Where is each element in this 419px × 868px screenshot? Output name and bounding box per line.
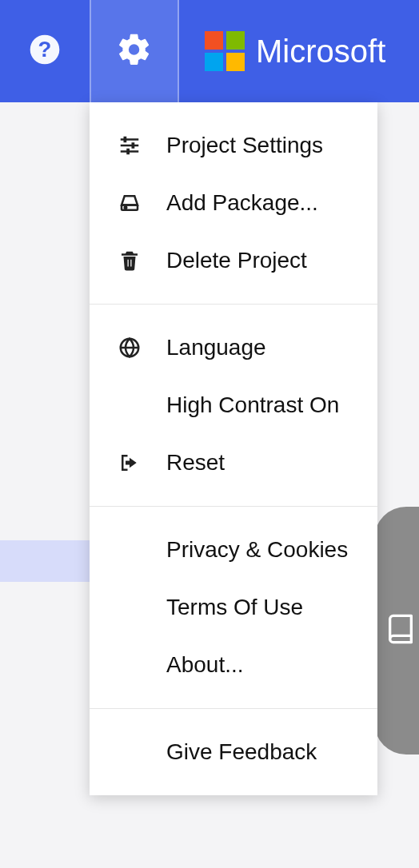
help-icon: ? [27,32,62,70]
microsoft-logo-icon [205,31,245,71]
menu-item-label: Delete Project [166,248,307,273]
menu-item-label: Language [166,335,266,360]
svg-rect-5 [124,137,127,143]
sliders-icon [117,133,142,158]
drive-icon [117,190,142,216]
menu-item-label: Privacy & Cookies [166,537,348,563]
menu-item-feedback[interactable]: Give Feedback [90,723,377,781]
menu-item-privacy[interactable]: Privacy & Cookies [90,521,377,579]
menu-item-label: Reset [166,450,225,476]
svg-rect-7 [126,149,130,155]
menu-section-prefs: Language High Contrast On Reset [90,305,377,507]
top-bar: ? Microsoft [0,0,419,102]
globe-icon [117,335,142,360]
menu-item-label: Project Settings [166,133,323,158]
menu-item-high-contrast[interactable]: High Contrast On [90,376,377,434]
svg-rect-6 [132,142,135,149]
svg-rect-3 [121,145,139,147]
brand[interactable]: Microsoft [179,0,385,102]
menu-item-project-settings[interactable]: Project Settings [90,117,377,174]
menu-item-add-package[interactable]: Add Package... [90,174,377,232]
menu-item-label: High Contrast On [166,392,339,418]
menu-item-delete-project[interactable]: Delete Project [90,232,377,289]
svg-text:?: ? [38,37,52,62]
menu-item-language[interactable]: Language [90,319,377,376]
menu-section-project: Project Settings Add Package... Delete P… [90,102,377,305]
menu-item-terms[interactable]: Terms Of Use [90,579,377,636]
menu-item-label: Add Package... [166,190,318,216]
sign-out-icon [117,450,142,476]
menu-item-label: Give Feedback [166,739,317,765]
svg-point-9 [125,206,127,209]
trash-icon [117,248,142,273]
menu-item-reset[interactable]: Reset [90,434,377,492]
brand-name: Microsoft [256,34,385,70]
book-icon [385,613,417,648]
menu-section-feedback: Give Feedback [90,709,377,795]
settings-dropdown: Project Settings Add Package... Delete P… [90,102,377,795]
settings-button[interactable] [90,0,179,102]
menu-item-about[interactable]: About... [90,636,377,694]
help-button[interactable]: ? [0,0,90,102]
side-tab-docs[interactable] [374,507,419,755]
menu-section-legal: Privacy & Cookies Terms Of Use About... [90,507,377,709]
gear-icon [116,31,153,71]
svg-rect-2 [121,138,139,141]
menu-item-label: Terms Of Use [166,595,303,620]
menu-item-label: About... [166,652,244,678]
